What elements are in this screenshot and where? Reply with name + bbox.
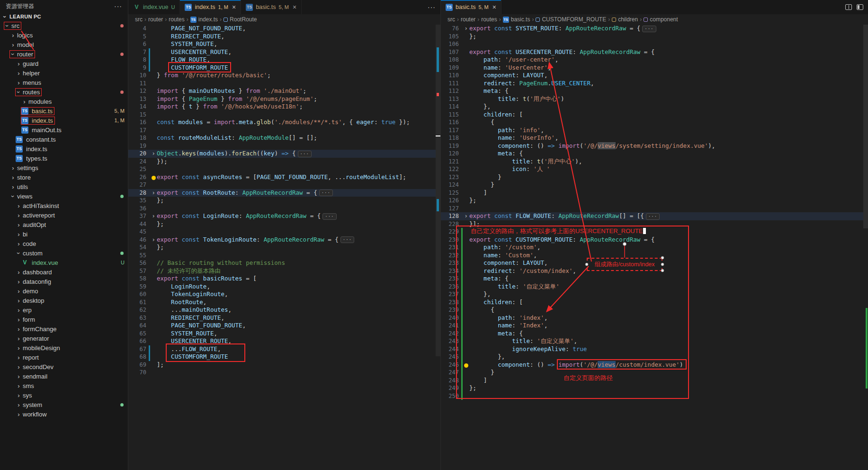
tree-item-views[interactable]: ›views — [0, 191, 128, 201]
code-text[interactable]: export const SYSTEM_ROUTE: AppRouteRecor… — [469, 25, 656, 33]
chevron-right-icon[interactable]: › — [16, 70, 22, 77]
code-line[interactable]: 36 — [128, 205, 436, 213]
tree-item-guard[interactable]: ›guard — [0, 59, 128, 68]
code-line[interactable]: 67 ...FLOW_ROUTE, — [128, 345, 436, 353]
tab-basic.ts[interactable]: TSbasic.ts5, M× — [441, 0, 501, 14]
chevron-right-icon[interactable]: › — [16, 79, 22, 86]
code-text[interactable]: }); — [157, 158, 168, 166]
line-number[interactable]: 238 — [441, 298, 460, 307]
code-line[interactable]: 19 — [128, 142, 436, 150]
line-number[interactable]: 12 — [128, 87, 147, 95]
code-text[interactable]: REDIRECT_ROUTE, — [157, 33, 224, 41]
folded-code-ellipsis[interactable]: ··· — [322, 213, 336, 220]
close-icon[interactable]: × — [492, 3, 496, 11]
chevron-right-icon[interactable]: › — [16, 354, 22, 361]
line-number[interactable]: 126 — [441, 197, 460, 205]
code-text[interactable]: }; — [157, 197, 164, 205]
line-number[interactable]: 114 — [441, 103, 460, 111]
code-line[interactable]: 9 CUSTOMFORM_ROUTE — [128, 64, 436, 72]
tree-item-report[interactable]: ›report — [0, 352, 128, 362]
tree-item-types.ts[interactable]: TStypes.ts — [0, 154, 128, 163]
folded-code-ellipsis[interactable]: ··· — [642, 26, 656, 32]
code-line[interactable]: 242 meta: { — [441, 330, 863, 338]
breadcrumb-item-src[interactable]: src — [135, 16, 143, 23]
tab-index.ts[interactable]: TSindex.ts1, M× — [180, 0, 241, 14]
chevron-right-icon[interactable]: › — [16, 240, 22, 247]
line-number[interactable]: 57 — [128, 267, 147, 275]
code-text[interactable]: } — [469, 181, 494, 189]
tree-item-desktop[interactable]: ›desktop — [0, 296, 128, 305]
line-number[interactable]: 44 — [128, 220, 147, 228]
code-text[interactable]: }; — [157, 244, 164, 252]
line-number[interactable]: 120 — [441, 150, 460, 158]
chevron-right-icon[interactable]: › — [16, 382, 22, 389]
code-text[interactable]: path: 'index', — [469, 314, 548, 322]
tree-item-helper[interactable]: ›helper — [0, 68, 128, 78]
code-line[interactable]: 128›export const FLOW_ROUTE: AppRouteRec… — [441, 212, 863, 220]
code-text[interactable]: title: t('用户中心') — [469, 95, 564, 103]
code-text[interactable]: title: '自定义菜单' — [469, 283, 559, 291]
code-line[interactable]: 46›export const TokenLoginRoute: AppRout… — [128, 236, 436, 244]
line-number[interactable]: 35 — [128, 197, 147, 205]
code-line[interactable]: 18const routeModuleList: AppRouteModule[… — [128, 134, 436, 142]
code-text[interactable]: CUSTOMFORM_ROUTE — [157, 64, 228, 72]
code-text[interactable]: import { mainOutRoutes } from './mainOut… — [157, 87, 306, 95]
code-text[interactable]: export const basicRoutes = [ — [157, 275, 257, 283]
code-text[interactable]: } — [469, 369, 494, 377]
line-number[interactable]: 119 — [441, 142, 460, 150]
line-number[interactable]: 237 — [441, 290, 460, 298]
line-number[interactable]: 19 — [128, 142, 147, 150]
code-line[interactable]: 125 ] — [441, 189, 863, 197]
code-line[interactable]: 57// 未经许可的基本路由 — [128, 267, 436, 275]
code-line[interactable]: 35}; — [128, 197, 436, 205]
tree-item-basic.ts[interactable]: TSbasic.ts5, M — [0, 106, 128, 116]
line-number[interactable]: 233 — [441, 259, 460, 267]
code-text[interactable]: LoginRoute, — [157, 283, 210, 291]
code-line[interactable]: 121 title: t('用户中心'), — [441, 158, 863, 166]
chevron-right-icon[interactable]: › — [10, 41, 16, 48]
tree-item-mobileDesign[interactable]: ›mobileDesign — [0, 343, 128, 352]
line-number[interactable]: 247 — [441, 369, 460, 377]
folded-code-ellipsis[interactable]: ··· — [319, 190, 333, 196]
code-line[interactable]: 239 { — [441, 306, 863, 314]
code-line[interactable]: 6 SYSTEM_ROUTE, — [128, 40, 436, 48]
line-number[interactable]: 5 — [128, 33, 147, 41]
chevron-right-icon[interactable]: › — [10, 32, 16, 39]
chevron-right-icon[interactable]: › — [16, 392, 22, 399]
line-number[interactable]: 232 — [441, 252, 460, 260]
code-line[interactable]: 76›export const SYSTEM_ROUTE: AppRouteRe… — [441, 25, 863, 33]
code-line[interactable]: 241 name: 'Index', — [441, 322, 863, 330]
code-line[interactable]: 117 path: 'info', — [441, 127, 863, 135]
chevron-right-icon[interactable]: › — [16, 231, 22, 238]
line-number[interactable]: 16 — [128, 118, 147, 127]
code-line[interactable]: 231 path: '/custom', — [441, 244, 863, 252]
chevron-right-icon[interactable]: › — [16, 401, 22, 408]
code-line[interactable]: 234 redirect: '/custom/index', — [441, 267, 863, 275]
code-text[interactable]: }]; — [469, 220, 480, 228]
tree-item-sendmail[interactable]: ›sendmail — [0, 371, 128, 381]
line-number[interactable]: 230 — [441, 236, 460, 244]
code-text[interactable]: path: '/custom', — [469, 244, 541, 252]
line-number[interactable]: 27 — [128, 181, 147, 189]
fold-collapsed-icon[interactable]: › — [463, 25, 469, 33]
tree-item-mainOut.ts[interactable]: TSmainOut.ts — [0, 125, 128, 135]
line-number[interactable]: 67 — [128, 345, 147, 353]
chevron-right-icon[interactable]: › — [16, 411, 22, 418]
close-icon[interactable]: × — [232, 3, 236, 11]
fold-collapsed-icon[interactable]: › — [150, 189, 157, 197]
line-number[interactable]: 37 — [128, 212, 147, 220]
code-text[interactable]: redirect: '/custom/index', — [469, 267, 576, 275]
line-number[interactable]: 58 — [128, 275, 147, 283]
line-number[interactable]: 239 — [441, 306, 460, 314]
line-number[interactable]: 66 — [128, 337, 147, 345]
line-number[interactable]: 243 — [441, 337, 460, 345]
chevron-right-icon[interactable]: › — [16, 221, 22, 228]
code-line[interactable]: 249}; — [441, 384, 863, 392]
code-text[interactable]: CUSTOMFORM_ROUTE — [157, 353, 228, 361]
tree-item-sms[interactable]: ›sms — [0, 381, 128, 390]
breadcrumb-item-RootRoute[interactable]: RootRoute — [224, 16, 257, 23]
line-number[interactable]: 62 — [128, 306, 147, 314]
line-number[interactable]: 228 — [441, 220, 460, 228]
line-number[interactable]: 20 — [128, 150, 147, 158]
code-line[interactable]: 232 name: 'Custom', — [441, 252, 863, 260]
